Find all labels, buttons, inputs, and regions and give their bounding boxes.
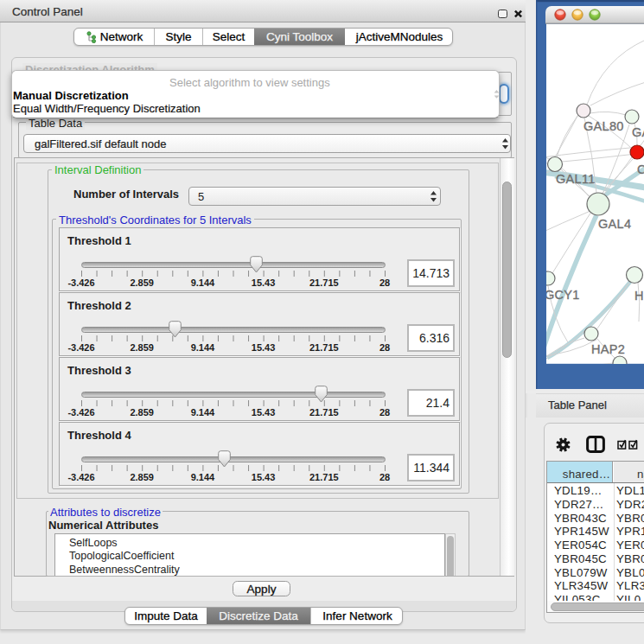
svg-text:GCY1: GCY1 [545,288,580,302]
svg-text:GAL11: GAL11 [556,172,596,186]
svg-text:GA: GA [632,125,644,139]
svg-text:C: C [637,163,644,176]
svg-text:H: H [634,289,644,303]
svg-text:GAL80: GAL80 [583,119,624,133]
svg-text:GAL4: GAL4 [598,217,631,231]
svg-text:HAP2: HAP2 [591,342,625,356]
